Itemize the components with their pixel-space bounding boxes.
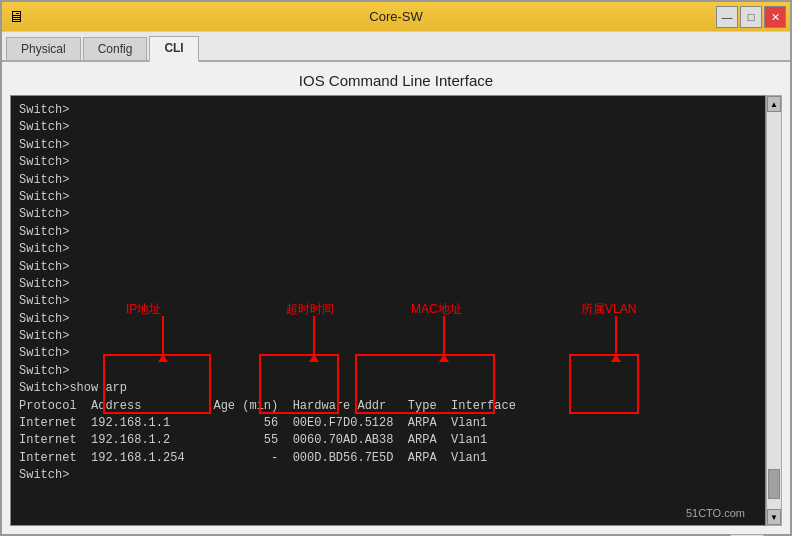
tab-physical[interactable]: Physical <box>6 37 81 60</box>
cli-line: Switch> <box>19 206 757 223</box>
tab-config[interactable]: Config <box>83 37 148 60</box>
cli-line: Switch> <box>19 293 757 310</box>
main-window: 🖥 Core-SW — □ ✕ Physical Config CLI IOS … <box>0 0 792 536</box>
content-area: IOS Command Line Interface Switch> Switc… <box>2 62 790 534</box>
watermark: 51CTO.com <box>686 507 745 519</box>
cli-line: Switch> <box>19 276 757 293</box>
arp-entry-2: Internet 192.168.1.2 55 0060.70AD.AB38 A… <box>19 432 757 449</box>
scrollbar[interactable]: ▲ ▼ <box>766 95 782 526</box>
cli-prompt: Switch> <box>19 467 757 484</box>
cli-line: Switch> <box>19 363 757 380</box>
cli-line: Switch> <box>19 172 757 189</box>
cli-container: Switch> Switch> Switch> Switch> Switch> … <box>10 95 782 526</box>
cli-terminal[interactable]: Switch> Switch> Switch> Switch> Switch> … <box>10 95 766 526</box>
close-button[interactable]: ✕ <box>764 6 786 28</box>
cli-line: Switch> <box>19 154 757 171</box>
show-arp-command: Switch>show arp <box>19 380 757 397</box>
window-title: Core-SW <box>369 9 422 24</box>
cli-output: Switch> Switch> Switch> Switch> Switch> … <box>19 102 757 485</box>
section-title: IOS Command Line Interface <box>10 66 782 95</box>
cli-line: Switch> <box>19 328 757 345</box>
cli-line: Switch> <box>19 119 757 136</box>
scrollbar-thumb[interactable] <box>768 469 780 499</box>
scroll-down-button[interactable]: ▼ <box>767 509 781 525</box>
cli-line: Switch> <box>19 102 757 119</box>
title-bar: 🖥 Core-SW — □ ✕ <box>2 2 790 32</box>
cli-line: Switch> <box>19 137 757 154</box>
arp-header: Protocol Address Age (min) Hardware Addr… <box>19 398 757 415</box>
cli-line: Switch> <box>19 345 757 362</box>
tab-bar: Physical Config CLI <box>2 32 790 62</box>
maximize-button[interactable]: □ <box>740 6 762 28</box>
cli-line: Switch> <box>19 259 757 276</box>
arp-entry-1: Internet 192.168.1.1 56 00E0.F7D0.5128 A… <box>19 415 757 432</box>
scrollbar-track[interactable] <box>767 112 781 509</box>
arp-entry-3: Internet 192.168.1.254 - 000D.BD56.7E5D … <box>19 450 757 467</box>
minimize-button[interactable]: — <box>716 6 738 28</box>
window-icon: 🖥 <box>8 8 26 26</box>
cli-line: Switch> <box>19 224 757 241</box>
cli-line: Switch> <box>19 311 757 328</box>
cli-line: Switch> <box>19 189 757 206</box>
cli-line: Switch> <box>19 241 757 258</box>
window-controls: — □ ✕ <box>716 6 786 28</box>
tab-cli[interactable]: CLI <box>149 36 198 62</box>
scroll-up-button[interactable]: ▲ <box>767 96 781 112</box>
